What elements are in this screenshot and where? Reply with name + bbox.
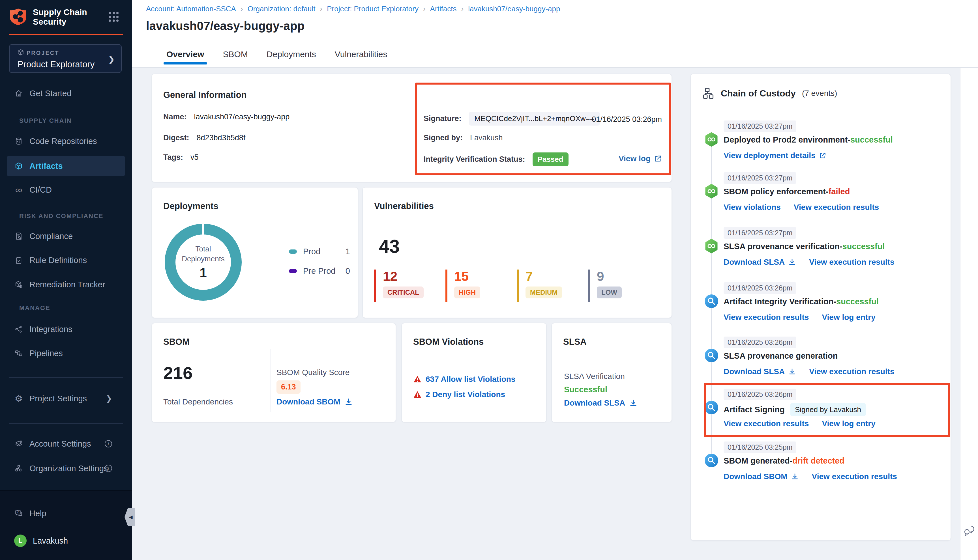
project-selector[interactable]: PROJECT Product Exploratory ❯ — [9, 44, 122, 73]
allow-list-violations-link[interactable]: 637 Allow list Violations — [413, 375, 515, 384]
download-icon — [791, 473, 799, 480]
user-menu[interactable]: L Lavakush — [7, 533, 125, 549]
project-cube-icon — [17, 48, 24, 56]
view-execution-results-link[interactable]: View execution results — [809, 367, 894, 376]
tags-label: Tags: — [163, 153, 183, 162]
tab-vulnerabilities[interactable]: Vulnerabilities — [334, 41, 388, 67]
tab-overview[interactable]: Overview — [166, 41, 205, 67]
digest-label: Digest: — [163, 133, 189, 142]
severity-count: 15 — [454, 270, 480, 283]
name-label: Name: — [163, 113, 187, 121]
download-slsa-link[interactable]: Download SLSA — [724, 258, 796, 267]
severity-count: 7 — [526, 270, 562, 283]
breadcrumb-project[interactable]: Project: Product Exploratory — [327, 5, 419, 13]
breadcrumb-separator-icon: › — [240, 5, 243, 13]
sidebar-item-compliance[interactable]: Compliance — [7, 228, 125, 244]
download-icon — [629, 399, 638, 407]
sidebar-item-integrations[interactable]: Integrations — [7, 321, 125, 337]
breadcrumb-artifacts[interactable]: Artifacts — [430, 5, 457, 13]
gear-icon: ⚙ — [14, 394, 23, 403]
sidebar-item-cicd[interactable]: ∞ CI/CD — [7, 182, 125, 198]
event-title: Deployed to Prod2 environment - successf… — [724, 135, 893, 145]
info-icon: i — [105, 440, 112, 447]
app-title: Supply Chain Security — [33, 7, 87, 27]
breadcrumb-account[interactable]: Account: Automation-SSCA — [146, 5, 236, 13]
box-wrench-icon — [14, 280, 23, 289]
chevron-right-icon: ❯ — [106, 394, 112, 403]
sidebar-item-label: Artifacts — [29, 162, 63, 171]
sidebar-item-label: Remediation Tracker — [29, 280, 105, 289]
view-execution-results-link[interactable]: View execution results — [724, 419, 809, 428]
view-violations-link[interactable]: View violations — [724, 203, 781, 212]
app-logo-shield-icon — [9, 8, 27, 25]
sidebar: Supply Chain Security PROJECT Product Ex… — [0, 0, 132, 560]
deny-list-violations-link[interactable]: 2 Deny list Violations — [413, 390, 505, 399]
clipboard-check-icon — [14, 256, 23, 265]
tags-value: v5 — [190, 153, 199, 162]
event-status: drift detected — [792, 456, 844, 465]
event-status: successful — [843, 242, 885, 251]
breadcrumb-artifact-name[interactable]: lavakush07/easy-buggy-app — [468, 5, 560, 13]
events-count: (7 events) — [802, 89, 837, 98]
sidebar-item-help[interactable]: ? Help — [7, 505, 125, 521]
project-selector-label: PROJECT — [27, 50, 59, 56]
vulnerabilities-card: Vulnerabilities 43 12 CRITICAL 15 HIGH 7… — [362, 187, 672, 318]
download-sbom-link[interactable]: Download SBOM — [724, 472, 799, 481]
severity-high: 15 HIGH — [446, 270, 480, 302]
sidebar-item-pipelines[interactable]: Pipelines — [7, 345, 125, 361]
sidebar-item-label: Integrations — [29, 325, 72, 334]
view-execution-results-link[interactable]: View execution results — [809, 258, 894, 267]
sbom-total-dependencies-value: 216 — [163, 363, 192, 383]
org-hierarchy-gear-icon — [14, 464, 23, 473]
event-title: SBOM generated - drift detected — [724, 456, 844, 465]
view-execution-results-link[interactable]: View execution results — [724, 313, 809, 322]
view-deployment-details-link[interactable]: View deployment details — [724, 151, 826, 160]
download-slsa-link[interactable]: Download SLSA — [724, 367, 796, 376]
custody-event-2: 01/16/2025 03:27pm SBOM policy enforceme… — [724, 172, 942, 220]
breadcrumb-organization[interactable]: Organization: default — [248, 5, 315, 13]
signature-row: Signature: MEQCICde2VjIT...bL+2+mqnOXw== — [424, 112, 600, 125]
page: Supply Chain Security PROJECT Product Ex… — [0, 0, 978, 560]
view-log-entry-link[interactable]: View log entry — [822, 313, 875, 322]
view-log-link[interactable]: View log — [619, 154, 662, 163]
legend-item-pre-prod: Pre Prod 0 — [289, 265, 350, 277]
download-slsa-link[interactable]: Download SLSA — [564, 398, 638, 408]
app-switcher-icon[interactable] — [108, 12, 119, 22]
tab-deployments[interactable]: Deployments — [266, 41, 317, 67]
view-execution-results-link[interactable]: View execution results — [812, 472, 897, 481]
sidebar-item-label: Get Started — [29, 89, 71, 98]
sidebar-header: Supply Chain Security — [9, 6, 123, 29]
prod-dot-icon — [289, 250, 297, 254]
sidebar-item-rule-definitions[interactable]: Rule Definitions — [7, 252, 125, 268]
sidebar-item-artifacts[interactable]: Artifacts — [7, 156, 125, 176]
chain-of-custody-header: Chain of Custody (7 events) — [702, 87, 837, 100]
sidebar-item-project-settings[interactable]: ⚙ Project Settings ❯ — [7, 391, 125, 407]
download-sbom-link[interactable]: Download SBOM — [277, 397, 353, 407]
view-log-entry-link[interactable]: View log entry — [822, 419, 875, 428]
severity-low: 9 LOW — [588, 270, 622, 302]
sidebar-item-label: Code Repositories — [29, 137, 97, 146]
sidebar-item-remediation-tracker[interactable]: Remediation Tracker — [7, 277, 125, 292]
sidebar-item-get-started[interactable]: Get Started — [7, 85, 125, 101]
download-icon — [344, 398, 353, 406]
view-execution-results-link[interactable]: View execution results — [794, 203, 879, 212]
sidebar-item-label: Help — [29, 509, 47, 518]
legend-value: 1 — [345, 247, 350, 256]
external-link-icon — [654, 155, 662, 163]
sidebar-item-organization-settings[interactable]: Organization Settings i — [7, 460, 125, 476]
sidebar-item-code-repositories[interactable]: Code Repositories — [7, 133, 125, 149]
download-icon — [788, 258, 796, 266]
home-icon — [14, 89, 23, 98]
sidebar-item-account-settings[interactable]: Account Settings i — [7, 436, 125, 452]
chat-support-icon[interactable] — [963, 524, 976, 537]
digest-row: Digest: 8d23bd3b5d8f — [163, 133, 245, 142]
tab-sbom[interactable]: SBOM — [222, 41, 248, 67]
warning-icon — [413, 390, 422, 399]
signed-by-value: Lavakush — [470, 133, 503, 142]
sidebar-section-manage: MANAGE — [19, 304, 50, 312]
event-title: SLSA provenance verification - successfu… — [724, 242, 885, 251]
event-status: failed — [829, 187, 850, 196]
legend-item-prod: Prod 1 — [289, 246, 350, 257]
scan-event-icon — [704, 453, 719, 468]
legend-label: Pre Prod — [303, 267, 335, 276]
